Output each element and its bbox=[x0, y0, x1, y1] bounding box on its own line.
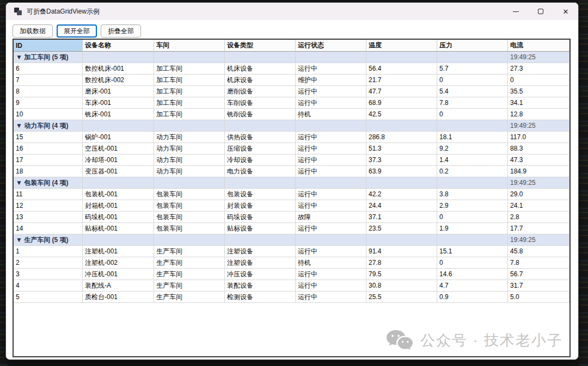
grid-cell bbox=[154, 177, 225, 189]
data-row[interactable]: 9车床-001加工车间车削设备运行中68.97.834.1 bbox=[14, 97, 569, 109]
group-header-row[interactable]: ▼ 加工车间 (5 项)19:49:25 bbox=[14, 52, 569, 63]
grid-cell: 4 bbox=[14, 280, 83, 291]
grid-cell: 8 bbox=[14, 86, 83, 97]
grid-cell: 贴标机-001 bbox=[83, 223, 154, 234]
grid-cell: 注塑机-001 bbox=[83, 246, 154, 257]
data-row[interactable]: 18变压器-001动力车间电力设备运行中63.90.2184.9 bbox=[14, 166, 569, 177]
data-row[interactable]: 4装配线-A生产车间装配设备运行中30.84.731.7 bbox=[14, 280, 569, 291]
grid-cell: 88.3 bbox=[508, 143, 569, 154]
data-row[interactable]: 6数控机床-001加工车间机床设备运行中56.45.727.3 bbox=[14, 63, 569, 75]
grid-cell: 数控机床-001 bbox=[83, 63, 154, 75]
desktop-background-right bbox=[579, 0, 588, 366]
grid-cell: 运行中 bbox=[296, 63, 366, 75]
expand-all-button[interactable]: 展开全部 bbox=[57, 24, 97, 38]
grid-cell: 车削设备 bbox=[225, 97, 296, 109]
grid-cell: 数控机床-002 bbox=[83, 75, 154, 86]
grid-cell: 3 bbox=[14, 269, 83, 280]
grid-cell: 47.3 bbox=[508, 154, 569, 166]
grid-cell: 动力车间 bbox=[154, 143, 225, 154]
grid-cell: 磨床-001 bbox=[83, 86, 154, 97]
data-row[interactable]: 1注塑机-001生产车间注塑设备运行中91.415.145.8 bbox=[14, 246, 569, 257]
load-data-button[interactable]: 加载数据 bbox=[13, 24, 53, 38]
grid-cell: 动力车间 bbox=[154, 132, 225, 143]
grid-cell: 磨削设备 bbox=[225, 86, 296, 97]
grid-cell: 电力设备 bbox=[225, 166, 296, 177]
grid-cell: 56.7 bbox=[508, 269, 569, 280]
grid-cell: 27.8 bbox=[366, 257, 437, 269]
grid-header-row: ID设备名称车间设备类型运行状态温度压力电流 bbox=[14, 40, 569, 52]
grid-cell: 0.2 bbox=[437, 166, 508, 177]
grid-cell: 91.4 bbox=[366, 246, 437, 257]
grid-cell bbox=[225, 177, 296, 189]
data-row[interactable]: 3冲压机-001生产车间冲压设备运行中79.514.656.7 bbox=[14, 269, 569, 280]
grid-cell: 19:49:25 bbox=[508, 52, 569, 63]
grid-cell: 21.7 bbox=[366, 75, 437, 86]
column-header[interactable]: 运行状态 bbox=[296, 40, 366, 52]
grid-cell: 51.3 bbox=[366, 143, 437, 154]
grid-cell: 37.1 bbox=[366, 212, 437, 223]
column-header[interactable]: 压力 bbox=[437, 40, 508, 52]
column-header[interactable]: 车间 bbox=[154, 40, 225, 52]
data-row[interactable]: 17冷却塔-001动力车间冷却设备运行中37.31.447.3 bbox=[14, 154, 569, 166]
data-row[interactable]: 11包装机-001包装车间包装设备运行中42.23.829.0 bbox=[14, 189, 569, 200]
grid-cell: 变压器-001 bbox=[83, 166, 154, 177]
data-row[interactable]: 16空压机-001动力车间压缩设备运行中51.39.288.3 bbox=[14, 143, 569, 154]
column-header[interactable]: 温度 bbox=[366, 40, 437, 52]
data-row[interactable]: 10铣床-001加工车间铣削设备待机42.5012.8 bbox=[14, 109, 569, 120]
app-icon bbox=[14, 7, 22, 16]
grid-cell: 包装车间 bbox=[154, 223, 225, 234]
column-header[interactable]: 电流 bbox=[508, 40, 569, 52]
grid-cell: 铣床-001 bbox=[83, 109, 154, 120]
grid-cell: 注塑设备 bbox=[225, 246, 296, 257]
grid-cell: 63.9 bbox=[366, 166, 437, 177]
grid-cell: 7 bbox=[14, 75, 83, 86]
grid-cell: 运行中 bbox=[296, 291, 366, 303]
grid-cell: 生产车间 bbox=[154, 280, 225, 291]
minimize-button[interactable] bbox=[503, 3, 528, 20]
grid-cell: 0 bbox=[437, 257, 508, 269]
grid-cell: 包装机-001 bbox=[83, 189, 154, 200]
grid-cell bbox=[437, 120, 508, 132]
grid-cell: 42.2 bbox=[366, 189, 437, 200]
grid-cell: 包装设备 bbox=[225, 189, 296, 200]
grid-cell: 47.7 bbox=[366, 86, 437, 97]
grid-cell bbox=[83, 120, 154, 132]
grid-cell bbox=[366, 177, 437, 189]
maximize-button[interactable] bbox=[528, 3, 553, 20]
grid-cell: 79.5 bbox=[366, 269, 437, 280]
data-row[interactable]: 12封箱机-001包装车间封装设备运行中24.42.924.1 bbox=[14, 200, 569, 212]
grid-cell: 运行中 bbox=[296, 269, 366, 280]
grid-cell: 冷却设备 bbox=[225, 154, 296, 166]
grid-cell: 286.8 bbox=[366, 132, 437, 143]
grid-cell: 机床设备 bbox=[225, 75, 296, 86]
grid-cell: 10 bbox=[14, 109, 83, 120]
grid-cell: 锅炉-001 bbox=[83, 132, 154, 143]
grid-cell: 生产车间 bbox=[154, 269, 225, 280]
grid-cell: 19:49:25 bbox=[508, 120, 569, 132]
collapse-all-button[interactable]: 折叠全部 bbox=[101, 24, 141, 38]
grid-cell: 45.8 bbox=[508, 246, 569, 257]
grid-cell: 装配设备 bbox=[225, 280, 296, 291]
grid-cell bbox=[154, 120, 225, 132]
data-row[interactable]: 13码垛机-001包装车间码垛设备故障37.102.8 bbox=[14, 212, 569, 223]
grid-cell: 包装车间 bbox=[154, 200, 225, 212]
group-header-row[interactable]: ▼ 包装车间 (4 项)19:49:25 bbox=[14, 177, 569, 189]
data-row[interactable]: 2注塑机-002生产车间注塑设备待机27.807.8 bbox=[14, 257, 569, 269]
close-button[interactable]: ✕ bbox=[553, 3, 578, 20]
titlebar[interactable]: 可折叠DataGridView示例 ✕ bbox=[6, 3, 578, 20]
data-row[interactable]: 5质检台-001生产车间检测设备运行中25.50.95.0 bbox=[14, 291, 569, 303]
data-row[interactable]: 15锅炉-001动力车间供热设备运行中286.818.1117.0 bbox=[14, 132, 569, 143]
grid-cell: 2.9 bbox=[437, 200, 508, 212]
grid-cell: 7.8 bbox=[508, 257, 569, 269]
data-row[interactable]: 14贴标机-001包装车间贴标设备运行中23.51.917.7 bbox=[14, 223, 569, 234]
column-header[interactable]: ID bbox=[14, 40, 83, 52]
grid-cell: 6 bbox=[14, 63, 83, 75]
column-header[interactable]: 设备类型 bbox=[225, 40, 296, 52]
group-header-row[interactable]: ▼ 生产车间 (5 项)19:49:25 bbox=[14, 234, 569, 246]
grid-cell: 31.7 bbox=[508, 280, 569, 291]
data-row[interactable]: 8磨床-001加工车间磨削设备运行中47.75.435.5 bbox=[14, 86, 569, 97]
data-row[interactable]: 7数控机床-002加工车间机床设备维护中21.700 bbox=[14, 75, 569, 86]
group-header-row[interactable]: ▼ 动力车间 (4 项)19:49:25 bbox=[14, 120, 569, 132]
grid-cell: 运行中 bbox=[296, 97, 366, 109]
column-header[interactable]: 设备名称 bbox=[83, 40, 154, 52]
